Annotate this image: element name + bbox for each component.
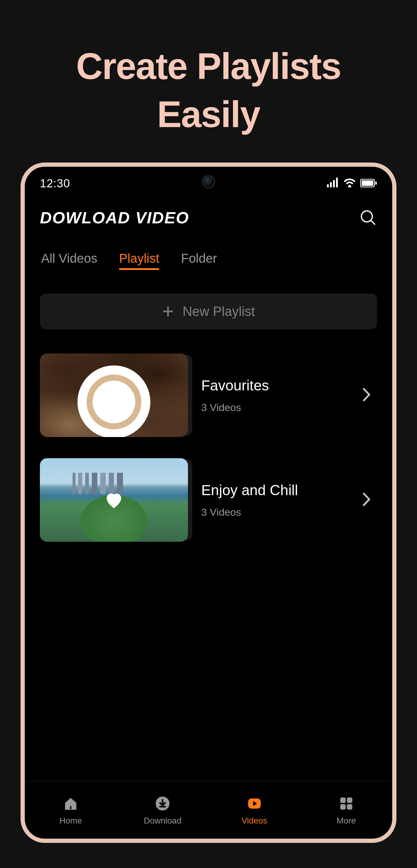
nav-label: Home: [60, 816, 82, 826]
download-icon: [154, 795, 171, 812]
promo-headline: Create Playlists Easily: [0, 0, 417, 138]
nav-more[interactable]: More: [300, 781, 392, 839]
svg-point-4: [349, 185, 351, 187]
nav-home[interactable]: Home: [25, 781, 117, 839]
nav-videos[interactable]: Videos: [209, 781, 300, 839]
video-icon: [246, 795, 263, 812]
tab-playlist[interactable]: Playlist: [119, 251, 159, 269]
new-playlist-label: New Playlist: [182, 304, 255, 319]
nav-download[interactable]: Download: [117, 781, 209, 839]
svg-rect-2: [333, 180, 335, 187]
playlist-meta: 3 Videos: [201, 402, 349, 413]
wifi-icon: [343, 177, 356, 190]
nav-label: Videos: [241, 816, 267, 826]
status-indicators: [327, 177, 377, 190]
promo-line-2: Easily: [0, 91, 417, 138]
phone-mockup-frame: 12:30 DOWLOAD VIDEO All Videos Playlist …: [21, 162, 396, 843]
tab-all-videos[interactable]: All Videos: [41, 251, 97, 269]
plus-icon: [162, 305, 174, 317]
home-icon: [62, 795, 79, 812]
playlist-title: Enjoy and Chill: [201, 482, 349, 498]
new-playlist-button[interactable]: New Playlist: [40, 293, 377, 329]
search-button[interactable]: [359, 209, 377, 227]
playlist-thumbnail: [40, 458, 188, 542]
phone-camera-notch: [202, 175, 215, 189]
app-header: DOWLOAD VIDEO: [40, 208, 377, 227]
playlist-row[interactable]: Enjoy and Chill 3 Videos: [40, 458, 377, 542]
promo-line-1: Create Playlists: [0, 42, 417, 91]
svg-rect-6: [362, 180, 373, 186]
nav-label: Download: [144, 816, 182, 826]
chevron-right-icon: [362, 388, 371, 403]
playlist-info: Favourites 3 Videos: [201, 377, 349, 413]
playlist-meta: 3 Videos: [201, 506, 349, 518]
playlist-row[interactable]: Favourites 3 Videos: [40, 353, 377, 437]
svg-rect-0: [327, 184, 329, 187]
heart-icon: [103, 489, 125, 511]
svg-rect-16: [340, 798, 346, 803]
svg-rect-18: [340, 804, 346, 810]
svg-line-9: [371, 221, 375, 224]
playlist-title: Favourites: [201, 377, 349, 394]
battery-icon: [360, 177, 377, 190]
signal-icon: [327, 177, 339, 190]
grid-icon: [338, 795, 355, 812]
tab-folder[interactable]: Folder: [181, 251, 217, 269]
playlist-info: Enjoy and Chill 3 Videos: [201, 482, 349, 518]
playlist-list: Favourites 3 Videos Enjoy and Chill 3 Vi…: [40, 353, 377, 542]
playlist-thumbnail: [40, 353, 188, 437]
svg-rect-19: [347, 804, 352, 810]
heart-icon: [103, 384, 125, 406]
svg-rect-3: [336, 178, 338, 187]
svg-rect-1: [330, 182, 332, 187]
svg-rect-17: [347, 798, 352, 803]
svg-rect-12: [70, 806, 71, 809]
bottom-navigation: Home Download Videos More: [25, 781, 392, 839]
search-icon: [360, 210, 376, 225]
status-time: 12:30: [40, 177, 70, 190]
tab-bar: All Videos Playlist Folder: [40, 251, 377, 269]
svg-rect-7: [375, 182, 377, 185]
nav-label: More: [337, 816, 356, 826]
chevron-right-icon: [362, 492, 371, 507]
app-title: DOWLOAD VIDEO: [40, 208, 189, 227]
